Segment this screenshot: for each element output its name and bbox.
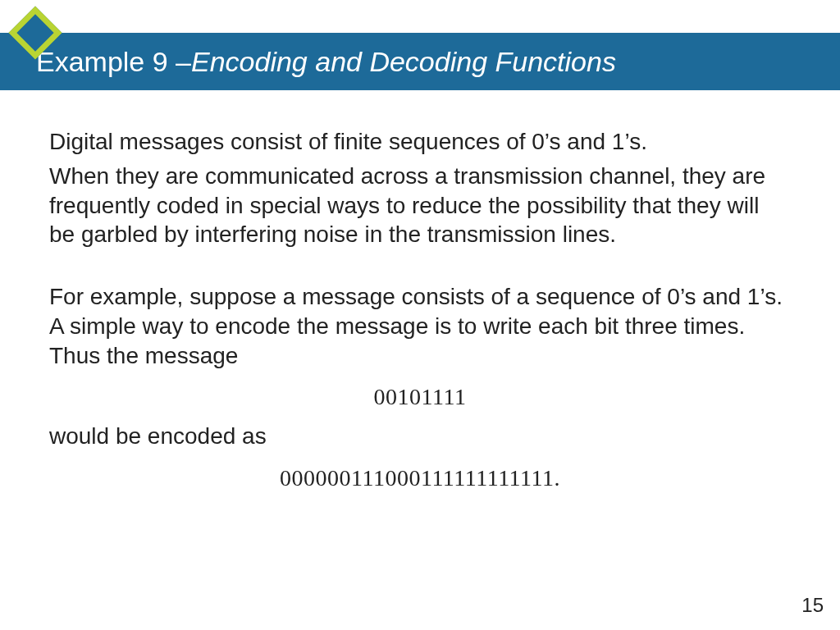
slide-bullet-diamond-icon [9, 7, 62, 59]
body-paragraph: For example, suppose a message consists … [49, 282, 791, 370]
body-paragraph: would be encoded as [49, 422, 791, 451]
code-sample-original: 00101111 [49, 382, 791, 412]
page-number: 15 [801, 594, 824, 617]
body-paragraph: When they are communicated across a tran… [49, 162, 791, 249]
slide-title-bar: Example 9 – Encoding and Decoding Functi… [0, 33, 840, 90]
title-subtitle: Encoding and Decoding Functions [191, 46, 616, 78]
code-sample-encoded: 000000111000111111111111. [49, 463, 791, 493]
slide-body: Digital messages consist of finite seque… [49, 127, 791, 493]
body-paragraph: Digital messages consist of finite seque… [49, 127, 791, 157]
